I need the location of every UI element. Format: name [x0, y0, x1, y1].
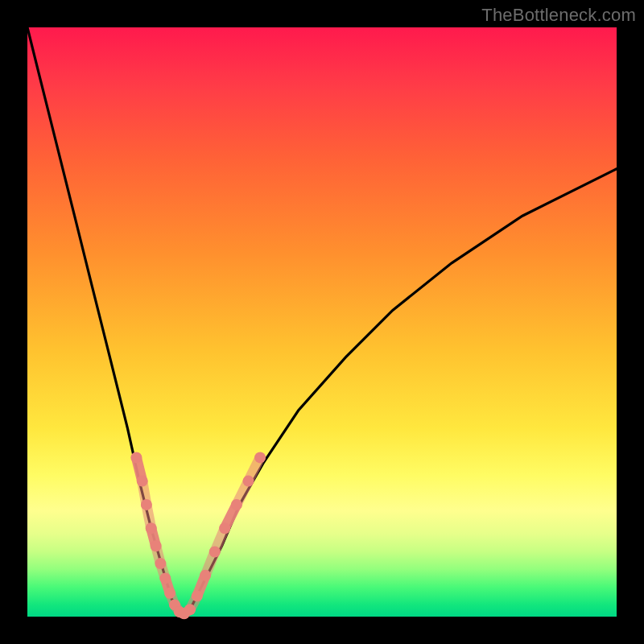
curve-layer [27, 27, 617, 613]
marker-dot [137, 476, 148, 487]
marker-dot [231, 499, 242, 510]
marker-dot [130, 452, 142, 463]
plot-area [27, 27, 617, 617]
marker-dot [243, 476, 254, 487]
marker-dot [219, 522, 230, 534]
marker-dot [164, 588, 175, 599]
marker-dot [192, 590, 203, 601]
marker-dot [159, 572, 171, 584]
marker-layer [130, 452, 266, 619]
marker-dot [209, 547, 221, 558]
marker-dot [200, 570, 211, 581]
watermark-text: TheBottleneck.com [481, 5, 636, 26]
bottleneck-curve [27, 27, 617, 613]
marker-dot [254, 452, 266, 463]
marker-dot [141, 499, 152, 510]
marker-dot [146, 522, 157, 534]
marker-dot [151, 540, 162, 551]
chart-frame: TheBottleneck.com [0, 0, 644, 644]
marker-dot [184, 604, 196, 615]
chart-svg [27, 27, 617, 617]
marker-dot [155, 558, 166, 569]
